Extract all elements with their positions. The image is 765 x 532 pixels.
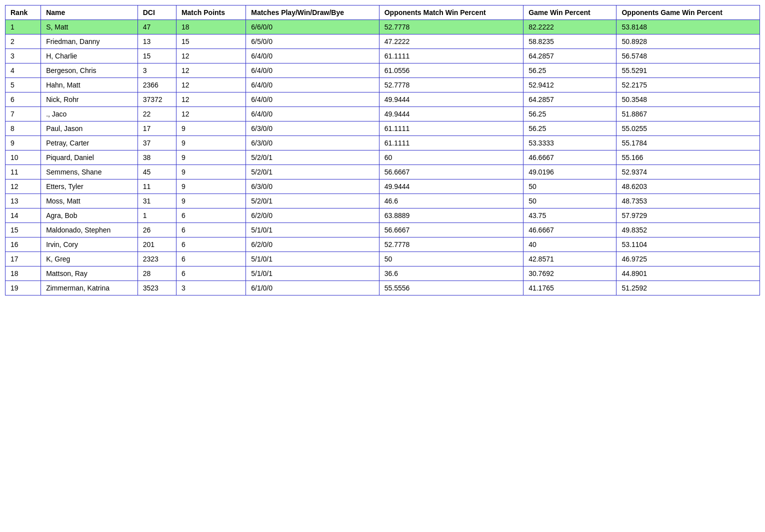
table-cell: 5 xyxy=(6,78,41,92)
column-header: DCI xyxy=(138,6,176,20)
table-cell: 12 xyxy=(6,180,41,194)
table-cell: Maldonado, Stephen xyxy=(41,223,138,238)
table-cell: 58.8235 xyxy=(524,34,616,49)
table-row: 16Irvin, Cory20166/2/0/052.77784053.1104 xyxy=(6,238,760,252)
table-cell: 6/1/0/0 xyxy=(246,281,379,296)
column-header: Match Points xyxy=(176,6,246,20)
table-cell: 3 xyxy=(138,64,176,78)
table-row: 12Etters, Tyler1196/3/0/049.94445048.620… xyxy=(6,180,760,194)
table-cell: S, Matt xyxy=(41,20,138,34)
table-cell: 46.6667 xyxy=(524,223,616,238)
table-cell: 42.8571 xyxy=(524,252,616,266)
table-cell: 6/4/0/0 xyxy=(246,49,379,64)
table-cell: 6/4/0/0 xyxy=(246,64,379,78)
table-cell: 5/1/0/1 xyxy=(246,252,379,266)
table-cell: 61.1111 xyxy=(379,122,523,136)
table-cell: 9 xyxy=(6,136,41,150)
table-cell: 26 xyxy=(138,223,176,238)
table-cell: 31 xyxy=(138,194,176,208)
table-cell: 2 xyxy=(6,34,41,49)
table-cell: 50.8928 xyxy=(616,34,760,49)
table-cell: 49.9444 xyxy=(379,107,523,122)
table-cell: 7 xyxy=(6,107,41,122)
table-cell: 50 xyxy=(524,194,616,208)
table-cell: 64.2857 xyxy=(524,49,616,64)
table-cell: Zimmerman, Katrina xyxy=(41,281,138,296)
table-cell: 12 xyxy=(176,107,246,122)
table-cell: 53.8148 xyxy=(616,20,760,34)
table-cell: 38 xyxy=(138,150,176,165)
table-cell: 9 xyxy=(176,150,246,165)
table-cell: 55.1784 xyxy=(616,136,760,150)
table-cell: 11 xyxy=(138,180,176,194)
table-cell: 49.9444 xyxy=(379,92,523,107)
table-cell: 15 xyxy=(176,34,246,49)
table-cell: 9 xyxy=(176,165,246,180)
table-cell: 6/4/0/0 xyxy=(246,78,379,92)
table-cell: 61.1111 xyxy=(379,49,523,64)
table-cell: 6 xyxy=(176,223,246,238)
column-header: Opponents Match Win Percent xyxy=(379,6,523,20)
column-header: Rank xyxy=(6,6,41,20)
table-cell: 5/2/0/1 xyxy=(246,165,379,180)
table-cell: 22 xyxy=(138,107,176,122)
table-cell: 56.25 xyxy=(524,107,616,122)
table-cell: 46.6667 xyxy=(524,150,616,165)
table-cell: 37 xyxy=(138,136,176,150)
table-cell: 56.6667 xyxy=(379,223,523,238)
table-cell: 56.25 xyxy=(524,64,616,78)
table-cell: 6/2/0/0 xyxy=(246,238,379,252)
table-row: 8Paul, Jason1796/3/0/061.111156.2555.025… xyxy=(6,122,760,136)
table-cell: 30.7692 xyxy=(524,266,616,281)
table-cell: 6 xyxy=(176,252,246,266)
table-cell: 2366 xyxy=(138,78,176,92)
table-row: 14Agra, Bob166/2/0/063.888943.7557.9729 xyxy=(6,208,760,223)
table-cell: 1 xyxy=(138,208,176,223)
table-cell: 3 xyxy=(6,49,41,64)
table-cell: 18 xyxy=(176,20,246,34)
table-cell: 60 xyxy=(379,150,523,165)
table-cell: 5/2/0/1 xyxy=(246,150,379,165)
table-cell: 49.8352 xyxy=(616,223,760,238)
table-cell: 52.9412 xyxy=(524,78,616,92)
table-cell: 4 xyxy=(6,64,41,78)
table-cell: Mattson, Ray xyxy=(41,266,138,281)
table-cell: 56.25 xyxy=(524,122,616,136)
table-cell: 52.7778 xyxy=(379,20,523,34)
table-cell: 43.75 xyxy=(524,208,616,223)
table-cell: 52.7778 xyxy=(379,78,523,92)
table-cell: 201 xyxy=(138,238,176,252)
table-cell: 41.1765 xyxy=(524,281,616,296)
table-cell: 2323 xyxy=(138,252,176,266)
column-header: Name xyxy=(41,6,138,20)
table-row: 1S, Matt47186/6/0/052.777882.222253.8148 xyxy=(6,20,760,34)
table-cell: 46.9725 xyxy=(616,252,760,266)
table-cell: H, Charlie xyxy=(41,49,138,64)
table-cell: 37372 xyxy=(138,92,176,107)
table-cell: 5/1/0/1 xyxy=(246,223,379,238)
table-cell: 56.5748 xyxy=(616,49,760,64)
table-cell: 12 xyxy=(176,78,246,92)
table-cell: 6/3/0/0 xyxy=(246,180,379,194)
table-cell: Hahn, Matt xyxy=(41,78,138,92)
table-cell: 45 xyxy=(138,165,176,180)
table-row: 15Maldonado, Stephen2665/1/0/156.666746.… xyxy=(6,223,760,238)
table-cell: 61.1111 xyxy=(379,136,523,150)
table-cell: 16 xyxy=(6,238,41,252)
table-cell: 64.2857 xyxy=(524,92,616,107)
table-cell: 9 xyxy=(176,180,246,194)
table-cell: 52.9374 xyxy=(616,165,760,180)
table-row: 3H, Charlie15126/4/0/061.111164.285756.5… xyxy=(6,49,760,64)
table-cell: 50.3548 xyxy=(616,92,760,107)
table-cell: 56.6667 xyxy=(379,165,523,180)
table-cell: 6 xyxy=(6,92,41,107)
table-cell: 5/1/0/1 xyxy=(246,266,379,281)
table-cell: 50 xyxy=(379,252,523,266)
table-cell: Semmens, Shane xyxy=(41,165,138,180)
table-row: 13Moss, Matt3195/2/0/146.65048.7353 xyxy=(6,194,760,208)
table-cell: Bergeson, Chris xyxy=(41,64,138,78)
table-row: 2Friedman, Danny13156/5/0/047.222258.823… xyxy=(6,34,760,49)
table-cell: Moss, Matt xyxy=(41,194,138,208)
table-cell: Nick, Rohr xyxy=(41,92,138,107)
table-cell: Irvin, Cory xyxy=(41,238,138,252)
